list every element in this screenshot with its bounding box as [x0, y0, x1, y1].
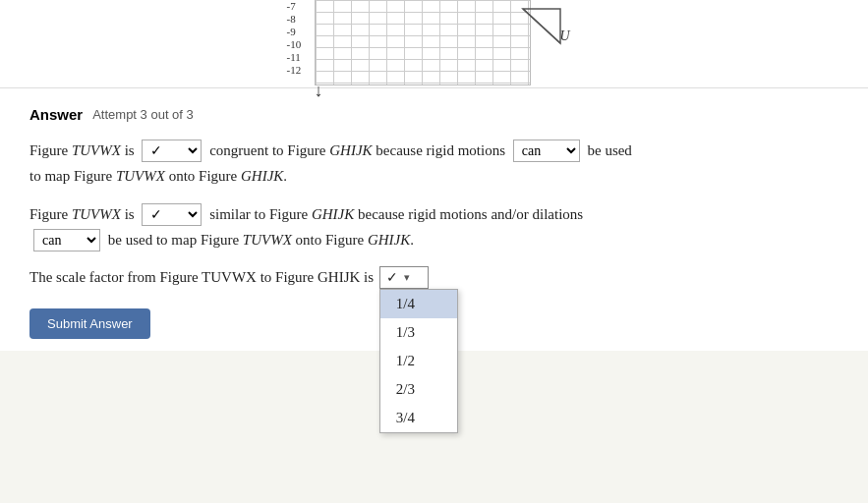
- s2-figure2: GHIJK: [312, 206, 354, 222]
- y-label: -11: [287, 52, 302, 63]
- statement-3: The scale factor from Figure TUVWX to Fi…: [29, 266, 839, 289]
- s1-part3: congruent to Figure: [209, 142, 329, 158]
- chevron-down-icon: ▾: [404, 271, 410, 284]
- s1-is-select[interactable]: ✓ is is not: [142, 140, 202, 162]
- s1-figure1: TUVWX: [72, 142, 121, 158]
- triangle-figure: [513, 4, 562, 48]
- y-axis-arrow: ↓: [315, 81, 323, 101]
- s2-dropdown1[interactable]: ✓ is is not: [142, 202, 202, 228]
- answer-label: Answer: [29, 106, 83, 123]
- s2-figure1: TUVWX: [72, 206, 121, 222]
- s1-dropdown1[interactable]: ✓ is is not: [142, 139, 202, 164]
- s1-figure2: GHIJK: [329, 142, 372, 158]
- s2-part1: Figure: [29, 206, 72, 222]
- s1-can-select[interactable]: can cannot: [513, 140, 580, 162]
- s2-part7: .: [410, 232, 414, 248]
- s1-dropdown2[interactable]: can cannot: [513, 139, 580, 164]
- graph-area: -7 -8 -9 -10 -11 -12 ↓ U: [0, 0, 868, 88]
- statement-2: Figure TUVWX is ✓ is is not similar to F…: [29, 202, 839, 252]
- s1-figure4: GHIJK: [241, 168, 283, 184]
- grid-background: [315, 0, 531, 85]
- attempt-counter: Attempt 3 out of 3: [92, 107, 194, 122]
- s1-part7: onto Figure: [165, 168, 241, 184]
- statement-1: Figure TUVWX is ✓ is is not congruent to…: [29, 139, 839, 189]
- scale-option-3-4[interactable]: 3/4: [380, 404, 457, 432]
- s2-part6: onto Figure: [292, 232, 368, 248]
- s2-figure3: TUVWX: [243, 232, 292, 248]
- submit-answer-button[interactable]: Submit Answer: [29, 308, 150, 339]
- scale-option-2-3[interactable]: 2/3: [380, 375, 457, 404]
- y-label: -10: [287, 39, 302, 50]
- y-label: -9: [287, 27, 302, 37]
- s3-figure2: GHIJK: [318, 269, 360, 285]
- s3-scale-select[interactable]: ✓ ▾: [379, 266, 429, 289]
- answer-header: Answer Attempt 3 out of 3: [29, 106, 839, 123]
- s3-text: The scale factor from Figure TUVWX to Fi…: [29, 266, 839, 289]
- scale-option-1-2[interactable]: 1/2: [380, 347, 457, 375]
- s2-can-select[interactable]: can cannot: [33, 229, 100, 252]
- scale-option-1-3[interactable]: 1/3: [380, 318, 457, 347]
- scale-option-1-4[interactable]: 1/4: [380, 290, 457, 318]
- y-label: -8: [287, 14, 302, 25]
- s1-part4: because rigid motions: [373, 142, 509, 158]
- s3-part1: The scale factor from Figure: [29, 269, 202, 285]
- scale-dropdown-open: 1/4 1/3 1/2 2/3 3/4: [379, 289, 458, 433]
- answer-section: Answer Attempt 3 out of 3 Figure TUVWX i…: [0, 88, 868, 351]
- s2-dropdown2[interactable]: can cannot: [33, 228, 100, 253]
- checkmark-icon: ✓: [386, 269, 398, 286]
- s2-part3: similar to Figure: [209, 206, 312, 222]
- s1-part5: be used: [587, 142, 631, 158]
- s1-part6: to map Figure: [29, 168, 116, 184]
- s2-part5: be used to map Figure: [108, 232, 243, 248]
- s1-part2: is: [121, 142, 135, 158]
- s2-part4: because rigid motions and/or dilations: [354, 206, 583, 222]
- s3-part3: is: [360, 269, 374, 285]
- s1-part8: .: [283, 168, 287, 184]
- s3-figure1: TUVWX: [202, 269, 257, 285]
- y-label: -7: [287, 1, 302, 12]
- y-axis-labels: -7 -8 -9 -10 -11 -12: [287, 0, 302, 76]
- s2-figure4: GHIJK: [368, 232, 410, 248]
- s2-is-select[interactable]: ✓ is is not: [142, 203, 202, 226]
- s1-figure3: TUVWX: [116, 168, 165, 184]
- s2-part2: is: [121, 206, 135, 222]
- y-label: -12: [287, 65, 302, 76]
- svg-line-1: [523, 9, 560, 43]
- s3-part2: to Figure: [257, 269, 318, 285]
- s3-dropdown-container[interactable]: ✓ ▾ 1/4 1/3 1/2 2/3 3/4: [379, 266, 429, 289]
- graph-inner: -7 -8 -9 -10 -11 -12 ↓ U: [287, 0, 582, 87]
- s1-part1: Figure: [29, 142, 72, 158]
